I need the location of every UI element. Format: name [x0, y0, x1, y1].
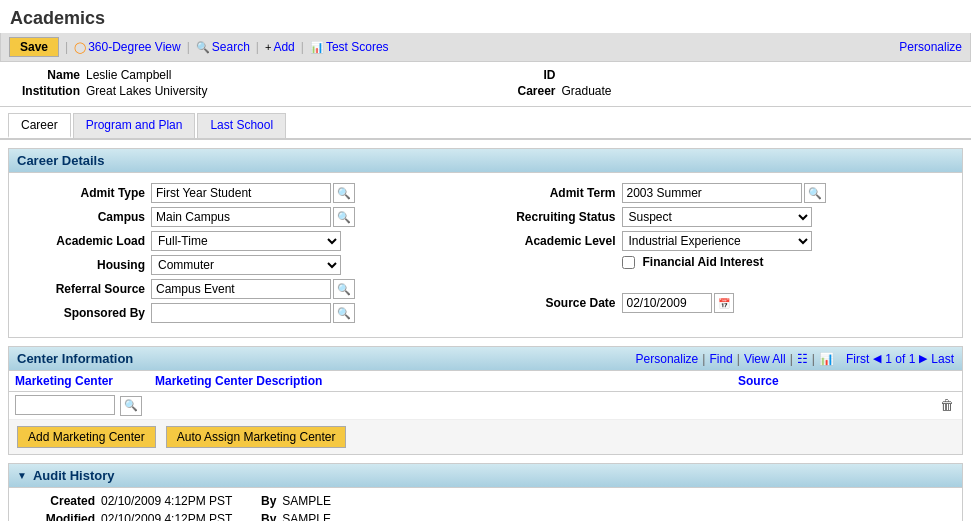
center-table-head: Marketing Center Marketing Center Descri…: [9, 371, 962, 392]
id-row: ID: [486, 68, 962, 82]
360-view-link[interactable]: 360-Degree View: [88, 40, 181, 54]
toolbar-left: Save | ◯ 360-Degree View | 🔍 Search | + …: [9, 37, 389, 57]
personalize-center-link[interactable]: Personalize: [636, 352, 699, 366]
id-label: ID: [486, 68, 556, 82]
find-link[interactable]: Find: [709, 352, 732, 366]
campus-row: Campus 🔍: [25, 207, 476, 227]
sponsored-search-btn[interactable]: 🔍: [333, 303, 355, 323]
center-table-body: 🔍 🗑: [9, 392, 962, 420]
auto-assign-marketing-center-button[interactable]: Auto Assign Marketing Center: [166, 426, 347, 448]
academic-load-row: Academic Load Full-Time Half-Time Part-T…: [25, 231, 476, 251]
housing-row: Housing Commuter On Campus Off Campus: [25, 255, 476, 275]
admit-term-row: Admit Term 🔍: [496, 183, 947, 203]
career-details-body: Admit Type 🔍 Campus 🔍 Academic Load Full…: [9, 173, 962, 337]
marketing-center-search-btn[interactable]: 🔍: [120, 396, 142, 416]
marketing-center-input[interactable]: [15, 395, 115, 415]
created-value: 02/10/2009 4:12PM PST: [101, 494, 261, 508]
col-marketing-header: Marketing Center: [9, 371, 149, 392]
created-by-label: By: [261, 494, 276, 508]
toolbar-sep4: |: [301, 40, 304, 54]
modified-by-value: SAMPLE: [282, 512, 331, 522]
left-column: Admit Type 🔍 Campus 🔍 Academic Load Full…: [25, 183, 476, 327]
add-marketing-center-button[interactable]: Add Marketing Center: [17, 426, 156, 448]
view-all-link[interactable]: View All: [744, 352, 786, 366]
academic-load-select[interactable]: Full-Time Half-Time Part-Time: [151, 231, 341, 251]
academic-level-select[interactable]: Industrial Experience Undergraduate Grad…: [622, 231, 812, 251]
delete-row-button[interactable]: 🗑: [940, 397, 954, 413]
prev-btn[interactable]: ◀: [873, 352, 881, 365]
admit-type-search-btn[interactable]: 🔍: [333, 183, 355, 203]
audit-header[interactable]: ▼ Audit History: [9, 464, 962, 488]
sep2: |: [737, 352, 740, 366]
col-source-header: Source: [732, 371, 932, 392]
page-wrapper: Academics Save | ◯ 360-Degree View | 🔍 S…: [0, 0, 971, 521]
sep3: |: [790, 352, 793, 366]
career-details-header: Career Details: [9, 149, 962, 173]
referral-source-label: Referral Source: [25, 282, 145, 296]
tab-program-plan[interactable]: Program and Plan: [73, 113, 196, 138]
marketing-desc-cell: [149, 392, 732, 420]
financial-aid-row: Financial Aid Interest: [496, 255, 947, 269]
campus-search-btn[interactable]: 🔍: [333, 207, 355, 227]
center-nav: First ◀ 1 of 1 ▶ Last: [838, 352, 954, 366]
calendar-btn[interactable]: 📅: [714, 293, 734, 313]
recruiting-status-row: Recruiting Status Suspect Prospect Appli…: [496, 207, 947, 227]
chart-icon-toolbar: 📊: [310, 41, 324, 54]
pagination: 1 of 1: [885, 352, 915, 366]
name-label: Name: [10, 68, 80, 82]
source-date-row: Source Date 📅: [496, 293, 947, 313]
campus-input[interactable]: [151, 207, 331, 227]
academic-level-label: Academic Level: [496, 234, 616, 248]
housing-select[interactable]: Commuter On Campus Off Campus: [151, 255, 341, 275]
sep4: |: [812, 352, 815, 366]
admit-term-label: Admit Term: [496, 186, 616, 200]
tab-career[interactable]: Career: [8, 113, 71, 138]
360-icon: ◯: [74, 41, 86, 54]
delete-cell: 🗑: [932, 392, 962, 420]
career-label: Career: [486, 84, 556, 98]
table-row: 🔍 🗑: [9, 392, 962, 420]
admit-term-search-btn[interactable]: 🔍: [804, 183, 826, 203]
recruiting-status-select[interactable]: Suspect Prospect Applicant: [622, 207, 812, 227]
center-info-section: Center Information Personalize | Find | …: [8, 346, 963, 455]
career-form-grid: Admit Type 🔍 Campus 🔍 Academic Load Full…: [25, 183, 946, 327]
next-btn[interactable]: ▶: [919, 352, 927, 365]
info-right: ID Career Graduate: [486, 68, 962, 100]
center-info-header: Center Information Personalize | Find | …: [9, 347, 962, 371]
audit-section: ▼ Audit History Created 02/10/2009 4:12P…: [8, 463, 963, 522]
institution-label: Institution: [10, 84, 80, 98]
first-label: First: [846, 352, 869, 366]
test-scores-link[interactable]: Test Scores: [326, 40, 389, 54]
grid-icon: ☷: [797, 352, 808, 366]
created-label: Created: [25, 494, 95, 508]
admit-term-input[interactable]: [622, 183, 802, 203]
modified-row: Modified 02/10/2009 4:12PM PST By SAMPLE: [25, 512, 946, 522]
referral-search-btn[interactable]: 🔍: [333, 279, 355, 299]
tab-last-school[interactable]: Last School: [197, 113, 286, 138]
last-label: Last: [931, 352, 954, 366]
page-title: Academics: [0, 0, 971, 33]
center-table-header-row: Marketing Center Marketing Center Descri…: [9, 371, 962, 392]
search-link[interactable]: Search: [212, 40, 250, 54]
personalize-link[interactable]: Personalize: [899, 40, 962, 54]
add-link[interactable]: Add: [273, 40, 294, 54]
chart-icon-center: 📊: [819, 352, 834, 366]
sponsored-by-label: Sponsored By: [25, 306, 145, 320]
modified-value: 02/10/2009 4:12PM PST: [101, 512, 261, 522]
referral-source-input[interactable]: [151, 279, 331, 299]
sep1: |: [702, 352, 705, 366]
admit-type-input[interactable]: [151, 183, 331, 203]
toolbar-sep1: |: [65, 40, 68, 54]
source-date-input[interactable]: [622, 293, 712, 313]
save-button[interactable]: Save: [9, 37, 59, 57]
modified-label: Modified: [25, 512, 95, 522]
financial-aid-checkbox[interactable]: [622, 256, 635, 269]
admit-type-label: Admit Type: [25, 186, 145, 200]
info-left: Name Leslie Campbell Institution Great L…: [10, 68, 486, 100]
sponsored-by-input[interactable]: [151, 303, 331, 323]
career-details-section: Career Details Admit Type 🔍 Campus 🔍: [8, 148, 963, 338]
center-table: Marketing Center Marketing Center Descri…: [9, 371, 962, 420]
academic-level-row: Academic Level Industrial Experience Und…: [496, 231, 947, 251]
search-icon-toolbar: 🔍: [196, 41, 210, 54]
source-date-label: Source Date: [496, 296, 616, 310]
